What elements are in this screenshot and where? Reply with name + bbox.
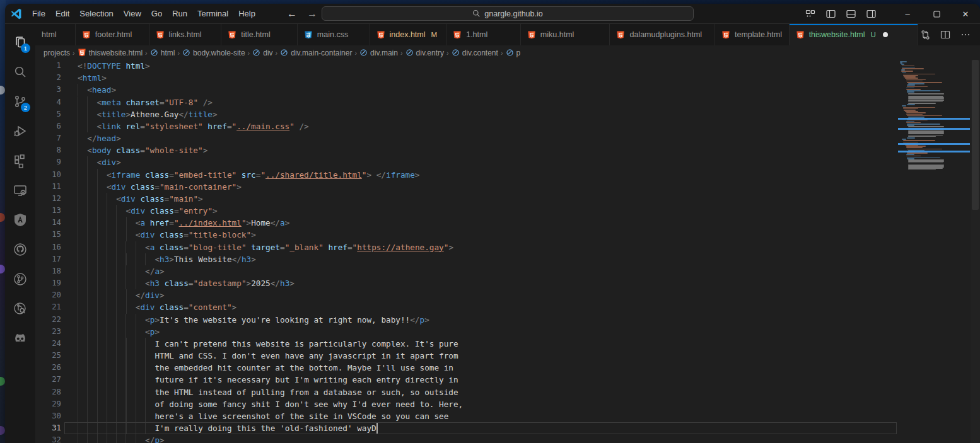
breadcrumb-item-projects[interactable]: projects	[44, 49, 70, 57]
indent-guides	[78, 410, 155, 422]
code-line-8: 8<body class="whole-site">	[35, 144, 980, 156]
code-line-20: 20</div>	[35, 289, 980, 301]
indent-guides	[78, 338, 155, 350]
menu-item-run[interactable]: Run	[167, 7, 192, 20]
activity-item-remote-explorer[interactable]	[5, 175, 35, 205]
line-number: 19	[35, 277, 61, 289]
activity-item-search[interactable]	[5, 57, 35, 86]
toggle-primary-sidebar-icon[interactable]	[822, 6, 839, 21]
gitlens-inspect-icon	[13, 301, 28, 316]
menu-item-file[interactable]: File	[27, 7, 50, 20]
more-actions-button[interactable]	[959, 28, 972, 42]
menu-item-selection[interactable]: Selection	[74, 7, 118, 20]
breadcrumb-item-thiswebsite-html[interactable]: thiswebsite.html	[78, 48, 143, 57]
activity-item-github[interactable]	[5, 234, 35, 264]
command-center[interactable]: gnargle.github.io	[322, 6, 694, 21]
menu-item-edit[interactable]: Edit	[50, 7, 74, 20]
tab-footer-html[interactable]: footer.html	[76, 24, 149, 45]
close-button[interactable]: ✕	[951, 4, 980, 24]
line-number: 1	[35, 60, 61, 72]
code-text: <h3>This Website</h3>	[155, 253, 255, 265]
menu-item-view[interactable]: View	[119, 7, 146, 20]
activity-badge: 1	[21, 43, 30, 53]
breadcrumb-item-body-whole-site[interactable]: body.whole-site	[182, 49, 245, 57]
nav-forward-button[interactable]: →	[307, 8, 317, 20]
desktop-blob	[0, 265, 5, 273]
activity-item-explorer[interactable]: 1	[5, 27, 35, 57]
code-line-11: 11<div class="main-container">	[35, 181, 980, 193]
tab-index-html[interactable]: index.htmlM	[370, 24, 447, 45]
menu-bar: FileEditSelectionViewGoRunTerminalHelp	[27, 7, 260, 20]
text-cursor	[376, 423, 378, 434]
activity-item-godot-tools[interactable]	[5, 323, 35, 353]
code-editor[interactable]: 1<!DOCTYPE html>2<html>3<head>4<meta cha…	[35, 60, 980, 443]
indent-guides	[78, 362, 155, 374]
breadcrumb-item-html[interactable]: html	[150, 49, 175, 57]
breadcrumb-item-div-entry[interactable]: div.entry	[405, 49, 444, 57]
code-text: <div class="main-container">	[107, 181, 242, 193]
indent-guides	[78, 241, 145, 253]
customize-layout-icon[interactable]	[802, 6, 819, 21]
activity-item-run-debug[interactable]	[5, 116, 35, 146]
menu-item-go[interactable]: Go	[146, 7, 167, 20]
activity-item-gitlens[interactable]	[5, 264, 35, 294]
maximize-button[interactable]	[922, 4, 951, 24]
open-changes-button[interactable]	[918, 28, 932, 42]
tab-html[interactable]: html	[35, 24, 76, 45]
menu-item-terminal[interactable]: Terminal	[192, 7, 233, 20]
breadcrumb-item-div-content[interactable]: div.content	[452, 49, 498, 57]
html5-icon	[616, 30, 625, 40]
activity-item-shield-a-extension[interactable]	[5, 205, 35, 234]
code-text: the embedded hit counter at the bottom. …	[155, 362, 453, 374]
breadcrumb-item-div[interactable]: div	[252, 49, 272, 57]
line-number: 18	[35, 265, 61, 277]
unsaved-dot-icon[interactable]	[883, 32, 888, 37]
breadcrumb-label: div.main-container	[291, 49, 352, 57]
line-number: 31	[35, 422, 61, 434]
code-text: I can't pretend this website is particul…	[155, 338, 458, 350]
line-number: 22	[35, 314, 61, 326]
tab-title-html[interactable]: title.html	[221, 24, 298, 45]
line-number: 8	[35, 144, 61, 156]
code-text: </a>	[145, 265, 165, 277]
tab-label: footer.html	[95, 30, 132, 39]
activity-item-gitlens-inspect[interactable]	[5, 294, 35, 323]
breadcrumb-item-p[interactable]: p	[506, 49, 521, 57]
indent-guides	[78, 301, 136, 313]
breadcrumb-separator: ›	[446, 49, 450, 57]
line-number: 5	[35, 108, 61, 120]
code-text: <div class="content">	[136, 301, 236, 313]
tab-label: template.html	[735, 30, 782, 39]
tab-miku-html[interactable]: miku.html	[521, 24, 610, 45]
tab-dalamudplugins-html[interactable]: dalamudplugins.html	[610, 24, 715, 45]
html5-icon	[82, 30, 91, 40]
line-number: 17	[35, 253, 61, 265]
code-text: <body class="whole-site">	[87, 144, 207, 156]
tab-main-css[interactable]: main.css	[298, 24, 370, 45]
toggle-panel-icon[interactable]	[843, 6, 859, 21]
activity-item-extensions[interactable]	[5, 146, 35, 175]
tab-label: main.css	[317, 30, 348, 39]
tab-links-html[interactable]: links.html	[149, 24, 222, 45]
breadcrumb-item-div-main[interactable]: div.main	[359, 49, 398, 57]
code-line-23: 23<p>	[35, 326, 980, 338]
split-editor-button[interactable]	[938, 28, 952, 42]
code-line-4: 4<meta charset="UTF-8" />	[35, 96, 980, 108]
code-line-24: 24I can't pretend this website is partic…	[35, 338, 980, 350]
indent-guides	[78, 398, 155, 410]
indent-guides	[78, 434, 145, 443]
indent-guides	[78, 253, 155, 265]
tab-thiswebsite-html[interactable]: thiswebsite.htmlU	[790, 24, 918, 45]
minimize-button[interactable]: –	[893, 4, 922, 24]
tab-1-html[interactable]: 1.html	[446, 24, 521, 45]
breadcrumb-item-div-main-container[interactable]: div.main-container	[280, 49, 352, 57]
activity-item-source-control[interactable]: 2	[5, 86, 35, 116]
tab-template-html[interactable]: template.html	[715, 24, 790, 45]
nav-back-button[interactable]: ←	[287, 8, 297, 20]
toggle-secondary-sidebar-icon[interactable]	[863, 6, 879, 21]
line-number: 3	[35, 84, 61, 96]
menu-item-help[interactable]: Help	[233, 7, 260, 20]
title-bar: FileEditSelectionViewGoRunTerminalHelp ←…	[5, 4, 980, 24]
code-text: HTML and CSS. I don't even have any java…	[155, 350, 458, 362]
line-number: 20	[35, 289, 61, 301]
